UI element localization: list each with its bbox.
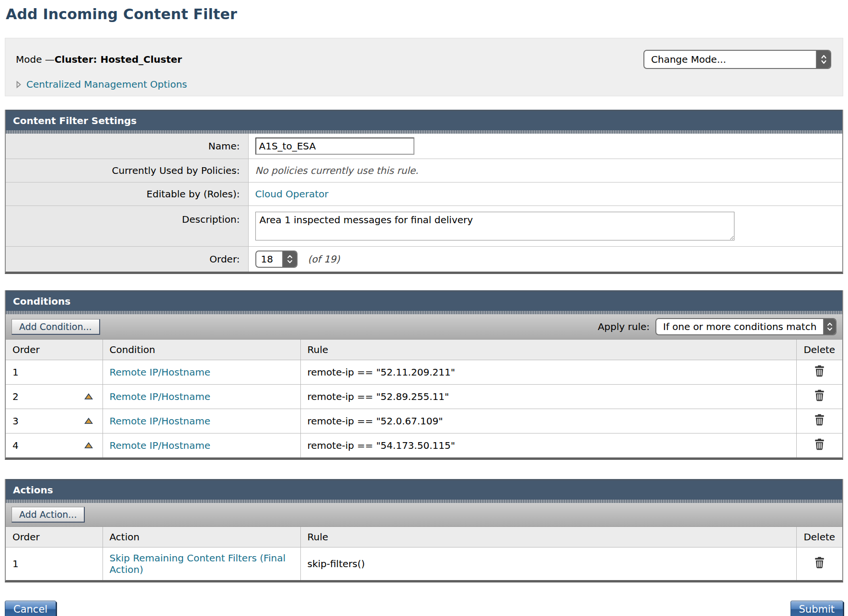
condition-link[interactable]: Remote IP/Hostname — [110, 415, 210, 427]
settings-table: Name: Currently Used by Policies: No pol… — [6, 134, 842, 272]
action-rule: skip-filters() — [308, 558, 365, 570]
name-input[interactable] — [255, 137, 414, 155]
condition-order: 4 — [12, 440, 19, 451]
submit-button[interactable]: Submit — [791, 601, 844, 616]
settings-row-roles: Editable by (Roles): Cloud Operator — [6, 183, 842, 206]
settings-row-policies: Currently Used by Policies: No policies … — [6, 159, 842, 183]
conditions-section-header: Conditions — [6, 290, 842, 311]
select-spinner-icon — [816, 51, 830, 68]
select-spinner-icon — [282, 251, 297, 267]
change-mode-select-value: Change Mode... — [644, 51, 816, 68]
action-order: 1 — [12, 558, 19, 570]
conditions-header-row: Order Condition Rule Delete — [6, 340, 842, 360]
actions-toolbar: Add Action... — [6, 503, 842, 527]
move-up-arrow-icon[interactable] — [84, 418, 93, 424]
apply-rule-group: Apply rule: If one or more conditions ma… — [598, 318, 837, 335]
condition-row: 2 Remote IP/Hostname remote-ip == "52.89… — [6, 385, 842, 409]
mode-row: Mode —Cluster: Hosted_Cluster Change Mod… — [16, 50, 831, 69]
select-spinner-icon — [823, 319, 836, 334]
column-header-action: Action — [103, 527, 300, 548]
action-link[interactable]: Skip Remaining Content Filters (Final Ac… — [110, 552, 286, 575]
add-action-button[interactable]: Add Action... — [11, 507, 85, 523]
settings-row-description: Description: Area 1 inspected messages f… — [6, 206, 842, 247]
page-root: Add Incoming Content Filter Mode —Cluste… — [0, 0, 848, 616]
settings-row-name: Name: — [6, 134, 842, 159]
column-header-order: Order — [6, 340, 103, 360]
column-header-rule: Rule — [300, 527, 796, 548]
condition-rule: remote-ip == "52.89.255.11" — [308, 391, 449, 402]
apply-rule-select-value: If one or more conditions match — [656, 319, 823, 334]
description-textarea[interactable]: Area 1 inspected messages for final deli… — [255, 212, 734, 240]
conditions-table: Order Condition Rule Delete 1 Remote IP/… — [6, 340, 842, 457]
order-select-value: 18 — [256, 251, 282, 267]
column-header-delete: Delete — [796, 340, 842, 360]
content-filter-settings-panel: Content Filter Settings Name: Currently … — [5, 110, 843, 274]
description-label: Description: — [6, 206, 248, 247]
condition-rule: remote-ip == "52.0.67.109" — [308, 415, 443, 427]
dotted-divider — [6, 500, 842, 503]
roles-label: Editable by (Roles): — [6, 183, 248, 206]
mode-dash: — — [45, 54, 55, 65]
page-title: Add Incoming Content Filter — [6, 6, 843, 23]
apply-rule-select[interactable]: If one or more conditions match — [655, 318, 837, 335]
mode-value: Cluster: Hosted_Cluster — [55, 54, 182, 65]
condition-rule: remote-ip == "54.173.50.115" — [308, 440, 455, 451]
settings-section-header: Content Filter Settings — [6, 110, 842, 130]
disclosure-triangle-icon — [16, 80, 22, 89]
condition-order: 2 — [12, 391, 19, 402]
trash-icon[interactable] — [814, 414, 825, 426]
apply-rule-label: Apply rule: — [598, 321, 650, 332]
order-label: Order: — [6, 247, 248, 272]
dotted-divider — [6, 311, 842, 314]
condition-row: 1 Remote IP/Hostname remote-ip == "52.11… — [6, 360, 842, 385]
mode-text: Mode —Cluster: Hosted_Cluster — [16, 54, 182, 65]
condition-row: 4 Remote IP/Hostname remote-ip == "54.17… — [6, 433, 842, 458]
add-condition-button[interactable]: Add Condition... — [11, 319, 100, 335]
column-header-condition: Condition — [103, 340, 300, 360]
roles-value-link[interactable]: Cloud Operator — [255, 188, 329, 200]
conditions-toolbar: Add Condition... Apply rule: If one or m… — [6, 314, 842, 340]
trash-icon[interactable] — [814, 389, 825, 401]
centralized-management-options-link[interactable]: Centralized Management Options — [26, 79, 187, 90]
name-label: Name: — [6, 134, 248, 159]
actions-panel: Actions Add Action... Order Action Rule … — [5, 479, 843, 582]
column-header-delete: Delete — [796, 527, 842, 548]
change-mode-select[interactable]: Change Mode... — [643, 50, 831, 69]
policies-value: No policies currently use this rule. — [255, 165, 419, 176]
column-header-order: Order — [6, 527, 103, 548]
move-up-arrow-icon[interactable] — [84, 393, 93, 400]
conditions-panel: Conditions Add Condition... Apply rule: … — [5, 290, 843, 460]
mode-label: Mode — [16, 54, 45, 65]
cancel-button[interactable]: Cancel — [5, 601, 56, 616]
condition-row: 3 Remote IP/Hostname remote-ip == "52.0.… — [6, 409, 842, 433]
trash-icon[interactable] — [814, 557, 825, 569]
settings-row-order: Order: 18 (of 19) — [6, 247, 842, 272]
trash-icon[interactable] — [814, 438, 825, 450]
dotted-divider — [6, 130, 842, 134]
actions-header-row: Order Action Rule Delete — [6, 527, 842, 548]
trash-icon[interactable] — [814, 365, 825, 377]
column-header-rule: Rule — [300, 340, 796, 360]
order-select[interactable]: 18 — [255, 251, 298, 268]
policies-label: Currently Used by Policies: — [6, 159, 248, 183]
actions-table: Order Action Rule Delete 1 Skip Remainin… — [6, 527, 842, 580]
condition-link[interactable]: Remote IP/Hostname — [110, 366, 210, 378]
action-row: 1 Skip Remaining Content Filters (Final … — [6, 548, 842, 581]
condition-link[interactable]: Remote IP/Hostname — [110, 391, 210, 402]
condition-order: 1 — [12, 366, 19, 378]
move-up-arrow-icon[interactable] — [84, 442, 93, 449]
centralized-management-options[interactable]: Centralized Management Options — [16, 79, 831, 90]
order-of-text: (of 19) — [308, 253, 340, 265]
condition-order: 3 — [12, 415, 19, 427]
mode-panel: Mode —Cluster: Hosted_Cluster Change Mod… — [5, 38, 843, 96]
actions-section-header: Actions — [6, 479, 842, 500]
footer-bar: Cancel Submit — [5, 601, 843, 616]
condition-rule: remote-ip == "52.11.209.211" — [308, 366, 455, 378]
condition-link[interactable]: Remote IP/Hostname — [110, 440, 210, 451]
